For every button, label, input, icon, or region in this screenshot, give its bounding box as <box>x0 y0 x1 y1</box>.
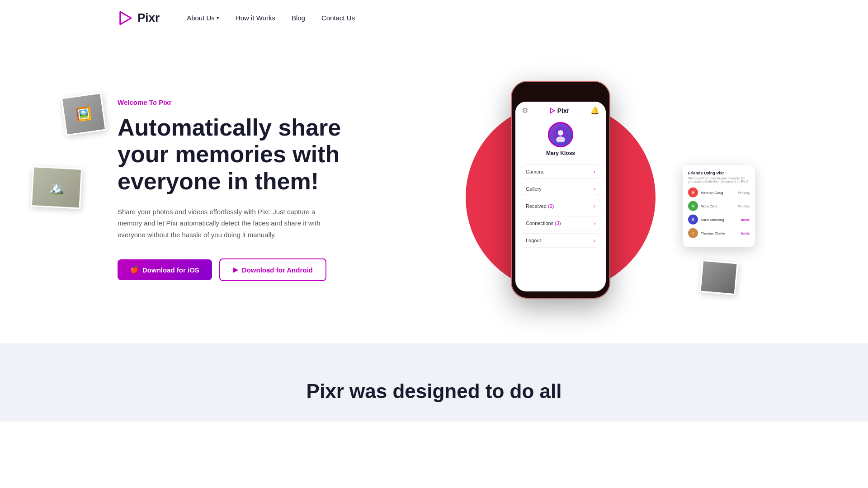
friend-avatar-3: K <box>688 215 698 225</box>
floating-photo-1: 🖼️ <box>61 92 107 136</box>
svg-marker-2 <box>550 108 554 113</box>
phone-profile: Mary Kloss <box>515 117 606 163</box>
nav-how-link[interactable]: How it Works <box>236 14 275 22</box>
chevron-right-icon: › <box>594 238 595 243</box>
bottom-title: Pixr was designed to do all <box>118 380 750 404</box>
nav-blog-link[interactable]: Blog <box>292 14 305 22</box>
phone-screen: ⚙ Pixr 🔔 <box>515 102 606 291</box>
friend-avatar-2: N <box>688 201 698 211</box>
friend-avatar-4: T <box>688 228 698 238</box>
nav-contact[interactable]: Contact Us <box>321 14 355 22</box>
nav-blog[interactable]: Blog <box>292 14 305 22</box>
pixr-logo-icon <box>118 10 134 26</box>
phone-menu-gallery[interactable]: Gallery › <box>521 182 600 196</box>
chevron-right-icon: › <box>594 204 595 209</box>
hero-visual: ⚙ Pixr 🔔 <box>371 77 750 303</box>
friend-row-1: H Hannah Craig Pending <box>688 188 750 197</box>
phone-menu: Camera › Gallery › Received (2) › Connec… <box>515 163 606 252</box>
nav-about-link[interactable]: About Us ▾ <box>187 14 219 22</box>
hero-content: Welcome To Pixr Automatically share your… <box>118 99 371 282</box>
floating-photo-3 <box>699 260 738 296</box>
phone-logo-icon <box>549 108 556 114</box>
phone-menu-camera[interactable]: Camera › <box>521 164 600 179</box>
logo-text: Pixr <box>137 11 160 25</box>
chevron-right-icon: › <box>594 221 595 226</box>
phone-username: Mary Kloss <box>546 150 575 156</box>
friends-card-title: Friends Using Pixr <box>688 171 750 175</box>
svg-marker-0 <box>120 12 131 24</box>
gear-icon: ⚙ <box>522 106 528 115</box>
friend-row-3: K Karin Manning Invite <box>688 215 750 225</box>
floating-photo-2: 🏔️ <box>31 166 83 209</box>
bell-icon: 🔔 <box>590 106 599 115</box>
nav-about-us[interactable]: About Us ▾ <box>187 14 219 22</box>
phone-mockup: ⚙ Pixr 🔔 <box>511 81 610 299</box>
phone-app-header: ⚙ Pixr 🔔 <box>515 102 606 117</box>
friend-avatar-1: H <box>688 188 698 197</box>
download-android-button[interactable]: ▶ Download for Android <box>219 258 326 281</box>
hero-description: Share your photos and videos effortlessl… <box>118 206 335 241</box>
chevron-down-icon: ▾ <box>217 15 219 21</box>
phone-menu-connections[interactable]: Connections (3) › <box>521 216 600 230</box>
nav-how-it-works[interactable]: How it Works <box>236 14 275 22</box>
download-ios-button[interactable]: 🍎 Download for iOS <box>118 259 212 280</box>
friends-card-subtitle: We found Pixr users in your contacts. Do… <box>688 177 750 183</box>
logo[interactable]: Pixr <box>118 10 160 26</box>
friend-row-2: N Nora Cruz Pending <box>688 201 750 211</box>
svg-point-5 <box>558 130 563 136</box>
android-icon: ▶ <box>233 266 238 274</box>
phone-menu-received[interactable]: Received (2) › <box>521 199 600 213</box>
friends-card: Friends Using Pixr We found Pixr users i… <box>683 165 755 247</box>
friend-row-4: T Thomas Clarke Invite <box>688 228 750 238</box>
apple-icon: 🍎 <box>130 266 139 274</box>
hero-section: 🖼️ 🏔️ Welcome To Pixr Automatically shar… <box>0 36 868 343</box>
chevron-right-icon: › <box>594 169 595 174</box>
chevron-right-icon: › <box>594 187 595 192</box>
nav-contact-link[interactable]: Contact Us <box>321 14 355 22</box>
welcome-label: Welcome To Pixr <box>118 99 371 106</box>
phone-menu-logout[interactable]: Logout › <box>521 233 600 248</box>
navbar: Pixr About Us ▾ How it Works Blog Contac… <box>0 0 868 36</box>
avatar <box>548 122 573 147</box>
phone-notch <box>542 88 579 97</box>
phone-logo: Pixr <box>549 107 569 114</box>
cta-buttons: 🍎 Download for iOS ▶ Download for Androi… <box>118 258 371 281</box>
nav-links: About Us ▾ How it Works Blog Contact Us <box>187 14 355 22</box>
hero-title: Automatically share your memories with e… <box>118 114 371 195</box>
bottom-section: Pixr was designed to do all <box>0 343 868 422</box>
